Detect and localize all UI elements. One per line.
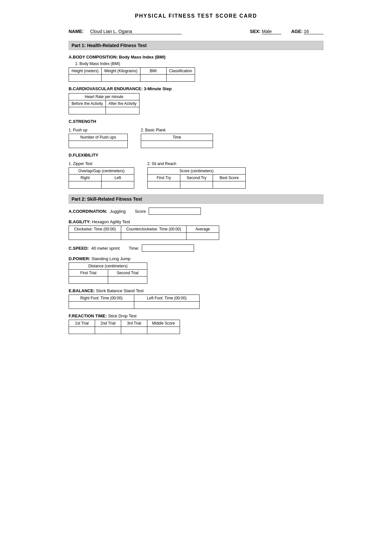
flexibility-two-col: 1. Zipper Test Overlap/Gap (centimeters)… — [69, 160, 323, 189]
speed-time-label: Time: — [129, 246, 139, 251]
pushup-col: Number of Push ups — [69, 134, 128, 141]
cardio-col-before: Before the Activity — [69, 100, 106, 107]
name-label: NAME: — [69, 29, 84, 34]
balance-col-right: Right Foot: Time (00:00) — [69, 295, 134, 302]
cardio-table: Heart Rate per minute Before the Activit… — [69, 93, 139, 114]
section-b2-row: B.AGILITY: Hexagon Agility Test — [69, 219, 323, 224]
power-first-value[interactable] — [69, 277, 108, 284]
sit-reach-second-value[interactable] — [180, 181, 213, 189]
balance-left-value[interactable] — [134, 302, 200, 309]
bmi-bmi-value[interactable] — [140, 75, 166, 82]
cardio-before-value[interactable] — [69, 107, 106, 114]
section-e2-title: E.BALANCE: — [69, 288, 95, 293]
reaction-subtitle: Stick Drop Test — [108, 313, 137, 318]
power-second-value[interactable] — [108, 277, 147, 284]
bmi-height-value[interactable] — [69, 75, 102, 82]
cardio-after-value[interactable] — [106, 107, 139, 114]
pushup-block: 1. Push up Number of Push ups — [69, 126, 128, 148]
pushup-label: 1. Push up — [69, 128, 128, 132]
age-value: 16 — [304, 29, 323, 34]
plank-table: Time — [141, 134, 213, 148]
zipper-right-value[interactable] — [69, 181, 102, 189]
section-e2-row: E.BALANCE: Stork Balance Stand Test — [69, 288, 323, 293]
sex-value: Male — [262, 29, 281, 34]
zipper-col-left: Left — [102, 175, 134, 181]
cardio-header: Heart Rate per minute — [69, 93, 139, 100]
balance-right-value[interactable] — [69, 302, 134, 309]
agility-col-ccw: Counterclockwise: Time (00:00) — [121, 226, 187, 233]
plank-col: Time — [141, 134, 213, 141]
header-row: NAME: Cloud Lian L. Ogana SEX: Male AGE:… — [69, 29, 323, 34]
agility-col-cw: Clockwise: Time (00:00) — [69, 226, 121, 233]
part1-header: Part 1: Health-Related Fitness Test — [69, 41, 323, 50]
power-col-first: First Trial — [69, 270, 108, 277]
sit-reach-block: 2. Sit and Reach Score (centimeters) Fir… — [147, 160, 246, 189]
agility-ccw-value[interactable] — [121, 233, 187, 240]
sit-reach-first-value[interactable] — [148, 181, 180, 189]
reaction-col-2: 2nd Trial — [95, 320, 121, 327]
section-a2-title: A.COORDINATION: — [69, 209, 107, 214]
zipper-header: Overlap/Gap (centimeters) — [69, 168, 134, 175]
bmi-col-classification: Classification — [166, 68, 195, 75]
coordination-row: A.COORDINATION: Juggling Score — [69, 208, 323, 215]
section-f2-row: F.REACTION TIME: Stick Drop Test — [69, 313, 323, 318]
part2-header: Part 2: Skill-Related Fitness Test — [69, 194, 323, 204]
reaction-1-value[interactable] — [69, 327, 95, 334]
speed-time-box[interactable] — [142, 244, 194, 252]
agility-col-avg: Average — [187, 226, 219, 233]
reaction-col-middle: Middle Score — [147, 320, 180, 327]
section-b2-title: B.AGILITY: — [69, 219, 91, 224]
plank-value[interactable] — [141, 141, 213, 148]
power-col-second: Second Trial — [108, 270, 147, 277]
balance-table: Right Foot: Time (00:00) Left Foot: Time… — [69, 294, 200, 309]
section-a-sub: 1. Body Mass Index (BMI) — [75, 61, 323, 66]
bmi-col-bmi: BMI — [140, 68, 166, 75]
plank-label: 2. Basic Plank — [141, 128, 213, 132]
speed-subtitle: 40 meter sprint — [91, 246, 120, 251]
reaction-3-value[interactable] — [121, 327, 147, 334]
bmi-col-height: Height (meters) — [69, 68, 102, 75]
bmi-classification-value[interactable] — [166, 75, 195, 82]
page-title: PHYSICAL FITNESS TEST SCORE CARD — [69, 13, 323, 19]
reaction-2-value[interactable] — [95, 327, 121, 334]
power-table: Distance (centimeters) First Trial Secon… — [69, 262, 147, 284]
agility-table: Clockwise: Time (00:00) Counterclockwise… — [69, 226, 219, 240]
bmi-weight-value[interactable] — [101, 75, 140, 82]
sex-label: SEX: Male — [250, 29, 281, 34]
bmi-table: Height (meters) Weight (Kilograms) BMI C… — [69, 67, 195, 82]
section-a-title: A.BODY COMPOSITION: Body Mass Index (BMI… — [69, 55, 323, 59]
section-d2-row: D.POWER: Standing Long Jump — [69, 256, 323, 261]
section-f2-title: F.REACTION TIME: — [69, 313, 107, 318]
reaction-col-1: 1st Trial — [69, 320, 95, 327]
sit-reach-label: 2. Sit and Reach — [147, 161, 246, 166]
sit-reach-best-value[interactable] — [213, 181, 246, 189]
section-b-title: B.CARDIOVASCULAR ENDURANCE: 3-Minute Ste… — [69, 86, 323, 91]
sit-reach-col-first: First Try — [148, 175, 180, 181]
section-d-title: D.FLEXIBILITY — [69, 153, 323, 158]
reaction-table: 1st Trial 2nd Trial 3rd Trial Middle Sco… — [69, 320, 180, 334]
pushup-value[interactable] — [69, 141, 128, 148]
section-d2-title: D.POWER: — [69, 256, 90, 261]
coordination-score-label: Score — [135, 209, 146, 214]
reaction-col-3: 3rd Trial — [121, 320, 147, 327]
zipper-col-right: Right — [69, 175, 102, 181]
strength-two-col: 1. Push up Number of Push ups 2. Basic P… — [69, 126, 323, 148]
zipper-block: 1. Zipper Test Overlap/Gap (centimeters)… — [69, 160, 134, 189]
section-c2-title: C.SPEED: — [69, 246, 89, 251]
agility-avg-value[interactable] — [187, 233, 219, 240]
section-c-title: C.STRENGTH — [69, 119, 323, 124]
cardio-col-after: After the Activity — [106, 100, 139, 107]
agility-cw-value[interactable] — [69, 233, 121, 240]
balance-subtitle: Stork Balance Stand Test — [96, 288, 144, 293]
pushup-table: Number of Push ups — [69, 134, 128, 148]
bmi-col-weight: Weight (Kilograms) — [101, 68, 140, 75]
power-subtitle: Standing Long Jump — [91, 256, 130, 261]
sit-reach-table: Score (centimeters) First Try Second Try… — [147, 167, 246, 189]
zipper-label: 1. Zipper Test — [69, 161, 134, 166]
zipper-left-value[interactable] — [102, 181, 134, 189]
sit-reach-header: Score (centimeters) — [148, 168, 246, 175]
reaction-middle-value[interactable] — [147, 327, 180, 334]
balance-col-left: Left Foot: Time (00:00) — [134, 295, 200, 302]
sit-reach-col-second: Second Try — [180, 175, 213, 181]
coordination-score-box[interactable] — [149, 208, 201, 215]
